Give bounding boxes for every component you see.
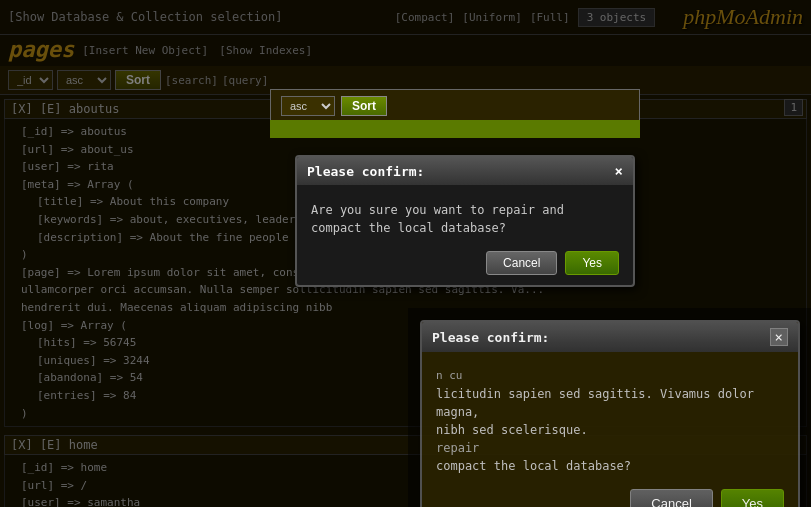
sec-compact: compact the local database? <box>436 457 784 475</box>
sort-input-bar <box>270 120 640 138</box>
confirm-dialog-primary-msg1: Are you sure you want to repair and <box>311 201 619 219</box>
confirm-dialog-secondary: Please confirm: × n cu licitudin sapien … <box>420 320 800 507</box>
confirm-dialog-secondary-yes[interactable]: Yes <box>721 489 784 508</box>
confirm-dialog-primary-yes[interactable]: Yes <box>565 251 619 275</box>
sec-partial-1: n cu <box>436 368 784 385</box>
confirm-dialog-primary-title: Please confirm: <box>307 164 424 179</box>
confirm-dialog-primary-header: Please confirm: × <box>297 157 633 185</box>
confirm-dialog-secondary-cancel[interactable]: Cancel <box>630 489 712 508</box>
confirm-dialog-secondary-header: Please confirm: × <box>422 322 798 352</box>
confirm-dialog-primary: Please confirm: × Are you sure you want … <box>295 155 635 287</box>
sec-partial-3: nibh sed scelerisque. <box>436 421 784 439</box>
confirm-dialog-secondary-body: n cu licitudin sapien sed sagittis. Viva… <box>422 352 798 485</box>
confirm-dialog-primary-cancel[interactable]: Cancel <box>486 251 557 275</box>
confirm-dialog-primary-body: Are you sure you want to repair and comp… <box>297 185 633 247</box>
overlay-sort-order-select[interactable]: asc desc <box>281 96 335 116</box>
confirm-dialog-primary-msg2: compact the local database? <box>311 219 619 237</box>
confirm-dialog-secondary-title: Please confirm: <box>432 330 549 345</box>
confirm-dialog-primary-footer: Cancel Yes <box>297 247 633 285</box>
sec-partial-2: licitudin sapien sed sagittis. Vivamus d… <box>436 385 784 421</box>
sec-repair: repair <box>436 439 784 457</box>
confirm-dialog-secondary-footer: Cancel Yes <box>422 485 798 508</box>
sort-row-overlay: asc desc Sort <box>270 89 640 123</box>
confirm-dialog-secondary-close[interactable]: × <box>770 328 788 346</box>
confirm-dialog-primary-close[interactable]: × <box>615 163 623 179</box>
overlay-sort-button[interactable]: Sort <box>341 96 387 116</box>
